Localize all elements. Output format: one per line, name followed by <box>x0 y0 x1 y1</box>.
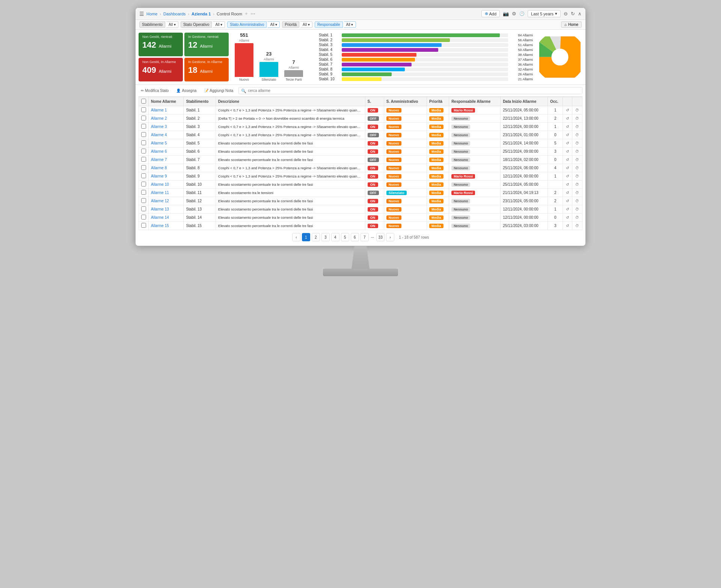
row-prio-2: Media <box>427 123 449 131</box>
zoom-out-icon[interactable]: ⊖ <box>564 11 568 17</box>
row-history-0[interactable]: ↺ <box>563 106 572 114</box>
row-clock-8[interactable]: ⏱ <box>572 172 582 180</box>
select-all-checkbox[interactable] <box>141 99 146 104</box>
modifica-stato-button[interactable]: ✏ Modifica Stato <box>139 88 171 93</box>
row-checkbox-4[interactable] <box>139 139 149 147</box>
row-checkbox-8[interactable] <box>139 172 149 180</box>
row-checkbox-11[interactable] <box>139 197 149 205</box>
collapse-icon[interactable]: ∧ <box>578 11 582 17</box>
breadcrumb-azienda[interactable]: Azienda 1 <box>192 12 211 16</box>
time-range-selector[interactable]: Last 5 years ▾ <box>528 10 561 17</box>
row-checkbox-7[interactable] <box>139 164 149 172</box>
row-clock-11[interactable]: ⏱ <box>572 197 582 205</box>
header-stato-amm[interactable]: S. Amministrativo <box>384 97 427 106</box>
row-clock-4[interactable]: ⏱ <box>572 139 582 147</box>
row-history-10[interactable]: ↺ <box>563 189 572 197</box>
row-history-11[interactable]: ↺ <box>563 197 572 205</box>
row-nome-13: Allarme 14 <box>149 214 184 222</box>
row-checkbox-3[interactable] <box>139 131 149 139</box>
settings-icon[interactable]: ⚙ <box>512 11 516 17</box>
row-clock-3[interactable]: ⏱ <box>572 131 582 139</box>
row-history-1[interactable]: ↺ <box>563 114 572 123</box>
stat-card-non-gestiti-rientrati[interactable]: Non Gestiti, rientrati 142 Allarmi <box>139 33 183 56</box>
row-history-6[interactable]: ↺ <box>563 156 572 164</box>
row-clock-14[interactable]: ⏱ <box>572 222 582 230</box>
row-clock-0[interactable]: ⏱ <box>572 106 582 114</box>
row-clock-9[interactable]: ⏱ <box>572 180 582 189</box>
header-nome-allarme[interactable]: Nome Allarme <box>149 97 184 106</box>
assegna-button[interactable]: 👤 Assegna <box>174 88 199 93</box>
row-checkbox-12[interactable] <box>139 205 149 214</box>
header-priorita[interactable]: Priorità <box>427 97 449 106</box>
stat-card-non-gestiti-allarme[interactable]: Non Gestiti, In Allarme 409 Allarmi <box>139 58 183 81</box>
header-stabilimento[interactable]: Stabilimento <box>184 97 216 106</box>
header-responsabile[interactable]: Responsabile Allarme <box>449 97 501 106</box>
row-checkbox-1[interactable] <box>139 114 149 123</box>
breadcrumb-dashboards[interactable]: Dashboards <box>163 12 186 16</box>
row-history-12[interactable]: ↺ <box>563 205 572 214</box>
row-history-5[interactable]: ↺ <box>563 147 572 156</box>
row-clock-6[interactable]: ⏱ <box>572 156 582 164</box>
page-4-button[interactable]: 4 <box>331 233 339 241</box>
stat-card-in-gestione-rientrati[interactable]: In Gestione, rientrati 12 Allarmi <box>184 33 229 56</box>
row-checkbox-14[interactable] <box>139 222 149 230</box>
header-stato[interactable]: S. <box>365 97 384 106</box>
breadcrumb-sep3: › <box>213 12 214 16</box>
header-checkbox[interactable] <box>139 97 149 106</box>
row-checkbox-6[interactable] <box>139 156 149 164</box>
page-1-button[interactable]: 1 <box>302 233 310 241</box>
share-icon[interactable]: ⋯ <box>250 11 255 17</box>
header-occ[interactable]: Occ. <box>548 97 563 106</box>
row-stabil-10: Stabil. 11 <box>184 189 216 197</box>
row-checkbox-13[interactable] <box>139 214 149 222</box>
row-checkbox-9[interactable] <box>139 180 149 189</box>
page-5-button[interactable]: 5 <box>341 233 349 241</box>
aggiungi-nota-button[interactable]: 📝 Aggiungi Nota <box>202 88 235 93</box>
row-clock-13[interactable]: ⏱ <box>572 214 582 222</box>
row-clock-2[interactable]: ⏱ <box>572 123 582 131</box>
row-checkbox-5[interactable] <box>139 147 149 156</box>
row-checkbox-10[interactable] <box>139 189 149 197</box>
stabil-row-10: Stabil. 10 21 Allarmi <box>319 77 533 81</box>
search-input[interactable] <box>238 87 582 94</box>
row-clock-5[interactable]: ⏱ <box>572 147 582 156</box>
row-checkbox-2[interactable] <box>139 123 149 131</box>
page-6-button[interactable]: 6 <box>351 233 359 241</box>
add-button[interactable]: ⊕ Add <box>481 10 500 17</box>
filter-value-priorita[interactable]: All ▾ <box>300 21 312 28</box>
row-history-9[interactable]: ↺ <box>563 180 572 189</box>
refresh-icon[interactable]: ↻ <box>571 11 575 17</box>
header-descrizione[interactable]: Descrizione <box>216 97 365 106</box>
row-amm-0: Nuovo <box>384 106 427 114</box>
page-7-button[interactable]: 7 <box>360 233 369 241</box>
row-clock-12[interactable]: ⏱ <box>572 205 582 214</box>
row-clock-10[interactable]: ⏱ <box>572 189 582 197</box>
prev-page-button[interactable]: ‹ <box>292 233 300 241</box>
row-history-13[interactable]: ↺ <box>563 214 572 222</box>
filter-value-resp[interactable]: All ▾ <box>344 21 356 28</box>
breadcrumb-home[interactable]: Home <box>146 12 157 16</box>
page-3-button[interactable]: 3 <box>321 233 330 241</box>
menu-icon[interactable]: ☰ <box>139 11 144 17</box>
row-history-14[interactable]: ↺ <box>563 222 572 230</box>
table-row: Allarme 9 Stabil. 9 Cosphi < 0,7 e > 1,3… <box>139 172 582 180</box>
row-history-8[interactable]: ↺ <box>563 172 572 180</box>
row-history-7[interactable]: ↺ <box>563 164 572 172</box>
row-history-3[interactable]: ↺ <box>563 131 572 139</box>
page-last-button[interactable]: 33 <box>376 233 385 241</box>
filter-value-stato-op[interactable]: All ▾ <box>213 21 225 28</box>
filter-value-stabilimento[interactable]: All ▾ <box>166 21 178 28</box>
stat-card-in-gestione-allarme[interactable]: In Gestione, In Allarme 18 Allarmi <box>184 58 229 81</box>
filter-value-stato-amm[interactable]: All ▾ <box>268 21 280 28</box>
row-clock-1[interactable]: ⏱ <box>572 114 582 123</box>
header-data[interactable]: Data Inizio Allarme <box>501 97 548 106</box>
row-checkbox-0[interactable] <box>139 106 149 114</box>
star-icon[interactable]: ★ <box>244 11 248 16</box>
row-history-4[interactable]: ↺ <box>563 139 572 147</box>
row-history-2[interactable]: ↺ <box>563 123 572 131</box>
home-button[interactable]: ⌂ Home <box>561 21 582 28</box>
next-page-button[interactable]: › <box>386 233 394 241</box>
row-clock-7[interactable]: ⏱ <box>572 164 582 172</box>
page-2-button[interactable]: 2 <box>312 233 320 241</box>
camera-icon[interactable]: 📷 <box>503 11 509 17</box>
